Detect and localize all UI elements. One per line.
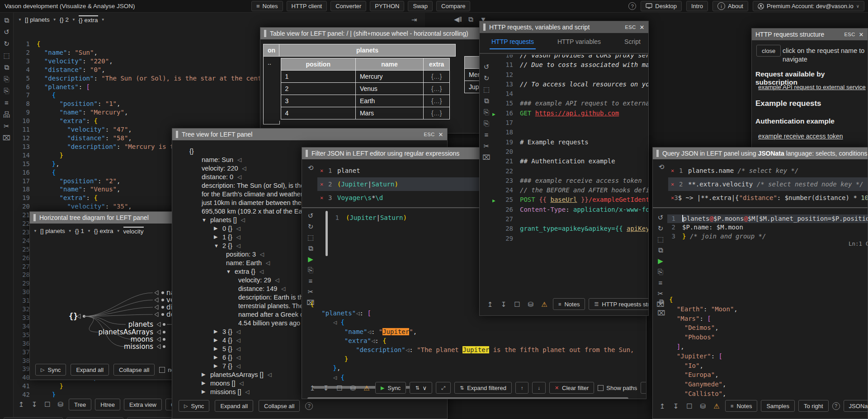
drag-handle-icon[interactable] [306, 150, 308, 157]
python-button[interactable]: PYTHON [370, 1, 404, 11]
node-marker-icon[interactable]: ◁ [236, 225, 241, 232]
expand-node-icon[interactable]: ▶ [214, 354, 222, 360]
undo-icon[interactable]: ↺ [306, 212, 316, 219]
run-request-icon[interactable]: ▶ [492, 195, 501, 205]
remove-history-icon[interactable]: ✕ [671, 195, 674, 201]
view-tab[interactable]: ‖Table view fo...✕ [4, 417, 63, 419]
tree-node[interactable]: ▶0 {}◁ [172, 224, 303, 233]
node-marker-icon[interactable]: ◁ [236, 354, 241, 361]
redo-icon[interactable]: ↻ [656, 224, 665, 232]
redo-icon[interactable]: ↻ [481, 74, 491, 82]
tree-node[interactable]: ▶5 {}◁ [172, 344, 303, 353]
show-paths-checkbox[interactable]: Show paths [598, 385, 637, 391]
extra-view-button[interactable]: Extra view [124, 399, 162, 410]
copy-icon[interactable]: ⧉ [306, 244, 316, 252]
paste-move-icon[interactable]: ⎘ [2, 87, 12, 95]
tree-node[interactable]: named after a Greek or [172, 310, 303, 319]
download-icon[interactable]: ↧ [499, 300, 509, 308]
tree-node[interactable]: position: 3◁ [172, 250, 303, 258]
node-marker-icon[interactable]: ◁ [236, 243, 241, 249]
undo-icon[interactable]: ↺ [2, 28, 12, 36]
cut-icon[interactable]: ✂ [481, 142, 491, 150]
query-history[interactable]: ✕1planets.name /* select key */✕2**.extr… [668, 164, 868, 205]
collapse-button[interactable]: ⤢ [436, 382, 451, 394]
next-match-button[interactable]: ↓ [532, 382, 546, 394]
column-header[interactable]: position [281, 58, 355, 71]
expand-node-icon[interactable]: ▶ [202, 380, 210, 386]
tree-node[interactable]: for the Earth's climate and weather. T [172, 190, 303, 198]
column-header[interactable]: extra [423, 58, 449, 71]
scrollbar[interactable] [326, 211, 328, 256]
graph-icon[interactable]: 品 [2, 110, 12, 118]
paste-icon[interactable]: ⎘ [2, 75, 12, 83]
upload-icon[interactable]: ↥ [307, 384, 317, 392]
node-marker-icon[interactable]: ◁ [236, 346, 241, 352]
chevron-down-icon[interactable]: ▼ [72, 18, 75, 22]
table-cell[interactable]: 3 [281, 95, 355, 107]
expand-node-icon[interactable]: ▶ [214, 363, 222, 369]
undo-icon[interactable]: ↺ [481, 63, 491, 71]
node-marker-icon[interactable]: ◁ [242, 165, 246, 171]
database-icon[interactable]: ⛁ [698, 402, 708, 410]
delete-icon[interactable]: ⌧ [481, 153, 491, 161]
tree-node[interactable]: distance: 149◁ [172, 284, 303, 293]
panel-title-bar[interactable]: HTTP requests structure ESC✕ [752, 29, 868, 40]
auth-request-link[interactable]: example receive access token [758, 133, 843, 140]
drag-handle-icon[interactable] [656, 150, 659, 157]
close-icon[interactable]: ✕ [859, 31, 864, 38]
converter-button[interactable]: Converter [330, 1, 366, 11]
expand-node-icon[interactable]: ▶ [202, 389, 210, 395]
format-icon[interactable]: ≡ [656, 279, 665, 286]
expand-all-button[interactable]: Expand all [215, 400, 253, 412]
expand-node-icon[interactable]: ▶ [214, 234, 222, 240]
expand-node-icon[interactable]: ▶ [202, 371, 210, 377]
column-header[interactable]: on [264, 44, 280, 57]
node-marker-icon[interactable]: ◁ [268, 371, 272, 378]
copy-icon[interactable]: ⧉ [466, 15, 476, 23]
node-marker-icon[interactable]: ◁ [236, 329, 241, 335]
node-marker-icon[interactable]: ◁ [259, 268, 264, 275]
tab-script[interactable]: Script [623, 34, 642, 49]
table-cell[interactable]: {…} [423, 71, 449, 83]
node-marker-icon[interactable]: ◁ [237, 174, 241, 180]
paste-icon[interactable]: ⎘ [656, 268, 665, 276]
format-icon[interactable]: ≡ [481, 131, 491, 138]
panel-title-bar[interactable]: Table view for LEFT panel: / | (shift+mo… [260, 28, 483, 39]
copy-document-icon[interactable]: ⧉ [2, 16, 12, 24]
collapse-node-icon[interactable]: ▼ [202, 217, 210, 223]
table-cell[interactable]: {…} [423, 107, 449, 119]
tab-http-variables[interactable]: HTTP variables [556, 34, 603, 49]
expand-node-icon[interactable]: ▶ [214, 225, 222, 231]
delete-icon[interactable]: ⌧ [656, 309, 666, 317]
table-row[interactable]: 2Venus{…} [281, 83, 450, 95]
node-marker-icon[interactable]: ◁ [236, 234, 241, 240]
download-icon[interactable]: ↧ [321, 384, 331, 392]
tree-node[interactable]: 4.54 billion years ago an [172, 319, 303, 327]
http-structure-button[interactable]: ☰HTTP requests structure [589, 298, 649, 310]
download-icon[interactable]: ↧ [29, 400, 39, 408]
notes-button[interactable]: ≡Notes [553, 298, 585, 310]
table-cell[interactable]: Mars [355, 107, 423, 119]
sync-button[interactable]: ▷Sync [179, 400, 209, 412]
undo-icon[interactable]: ↺ [656, 214, 665, 221]
box-select-icon[interactable]: ⬚ [656, 235, 665, 243]
sync-button[interactable]: ▶Sync [375, 382, 406, 394]
tree-node[interactable]: distance: 0◁ [172, 172, 303, 181]
tree-node[interactable]: description: The Sun (or Sol), is the s [172, 181, 303, 190]
history-row[interactable]: ✕1planet [317, 164, 494, 177]
http-client-button[interactable]: HTTP client [287, 1, 327, 11]
table-cell[interactable]: 4 [281, 107, 355, 119]
breadcrumb[interactable]: ▼[] planets▼{} 2▼{} extra▼ [18, 15, 105, 24]
panel-title-bar[interactable]: Tree view for LEFT panel ESC✕ [172, 129, 447, 140]
table-cell[interactable]: Mercury [355, 71, 423, 83]
database-icon[interactable]: ⛁ [348, 384, 358, 392]
remove-history-icon[interactable]: ✕ [671, 181, 679, 187]
run-query-icon[interactable]: ▶ [656, 257, 665, 265]
clear-filter-button[interactable]: ✕Clear filter [549, 382, 594, 394]
node-marker-icon[interactable]: ◁ [245, 389, 250, 395]
tree-node[interactable]: ▶3 {}◁ [172, 327, 303, 336]
drag-handle-icon[interactable] [483, 24, 486, 31]
redo-icon[interactable]: ↻ [2, 40, 12, 48]
close-icon[interactable]: ✕ [439, 131, 443, 138]
to-right-button[interactable]: To right [798, 400, 829, 412]
